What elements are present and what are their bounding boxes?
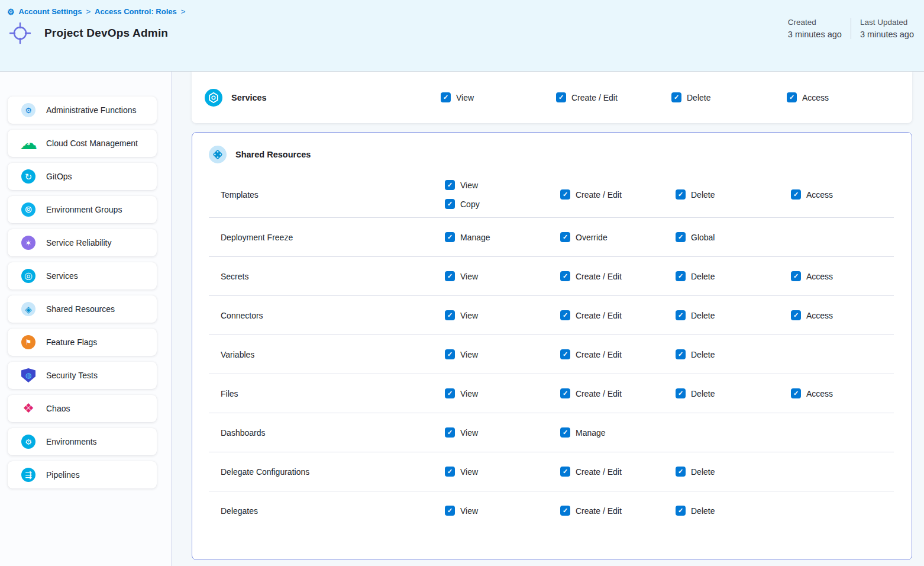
checkbox-view[interactable]: ✓ View — [445, 427, 560, 438]
breadcrumb: ⚙ Account Settings > Access Control: Rol… — [7, 7, 914, 16]
checkbox-view[interactable]: ✓ View — [445, 506, 560, 516]
checkbox-access[interactable]: ✓ Access — [791, 310, 894, 320]
checkbox-checked-icon[interactable]: ✓ — [676, 271, 686, 281]
checkbox-checked-icon[interactable]: ✓ — [445, 180, 455, 190]
checkbox-checked-icon[interactable]: ✓ — [445, 349, 455, 359]
permission-cell: ✓ Create / Edit — [556, 84, 671, 111]
resource-name: Templates — [209, 190, 445, 200]
checkbox-delete[interactable]: ✓ Delete — [676, 310, 791, 320]
sidebar-item-gitops[interactable]: ↻ GitOps — [8, 163, 157, 190]
sidebar-item-label: Service Reliability — [46, 238, 111, 247]
permission-cell: ✓ View — [441, 84, 556, 111]
checkbox-view[interactable]: ✓ View — [445, 271, 560, 281]
checkbox-delete[interactable]: ✓ Delete — [676, 271, 791, 281]
checkbox-checked-icon[interactable]: ✓ — [791, 189, 801, 200]
checkbox-create-edit[interactable]: ✓ Create / Edit — [560, 467, 676, 477]
checkbox-checked-icon[interactable]: ✓ — [560, 232, 570, 242]
checkbox-access[interactable]: ✓ Access — [791, 189, 894, 200]
checkbox-checked-icon[interactable]: ✓ — [560, 467, 570, 477]
checkbox-access[interactable]: ✓ Access — [791, 271, 894, 281]
checkbox-checked-icon[interactable]: ✓ — [676, 349, 686, 359]
checkbox-checked-icon[interactable]: ✓ — [445, 467, 455, 477]
sidebar-item-administrative-functions[interactable]: ⚙ Administrative Functions — [8, 97, 157, 124]
checkbox-delete[interactable]: ✓ Delete — [676, 388, 791, 398]
checkbox-checked-icon[interactable]: ✓ — [560, 427, 570, 438]
checkbox-checked-icon[interactable]: ✓ — [787, 92, 797, 102]
checkbox-checked-icon[interactable]: ✓ — [676, 232, 686, 242]
checkbox-checked-icon[interactable]: ✓ — [791, 310, 801, 320]
checkbox-view[interactable]: ✓ View — [445, 388, 560, 398]
checkbox-checked-icon[interactable]: ✓ — [445, 310, 455, 320]
breadcrumb-account-settings[interactable]: Account Settings — [19, 7, 82, 16]
sidebar-item-chaos[interactable]: ❖ Chaos — [8, 395, 157, 422]
checkbox-delete[interactable]: ✓ Delete — [676, 467, 791, 477]
permission-cell: ✓ View — [445, 419, 560, 446]
checkbox-create-edit[interactable]: ✓ Create / Edit — [556, 92, 671, 102]
sidebar-item-environment-groups[interactable]: ⊚ Environment Groups — [8, 196, 157, 223]
sidebar-item-services[interactable]: ◎ Services — [8, 262, 157, 290]
checkbox-delete[interactable]: ✓ Delete — [676, 349, 791, 359]
checkbox-checked-icon[interactable]: ✓ — [560, 189, 570, 200]
sidebar-item-cloud-cost-management[interactable]: ☁$ Cloud Cost Management — [8, 130, 157, 157]
checkbox-manage[interactable]: ✓ Manage — [445, 232, 560, 242]
checkbox-view[interactable]: ✓ View — [441, 92, 556, 102]
checkbox-override[interactable]: ✓ Override — [560, 232, 676, 242]
checkbox-delete[interactable]: ✓ Delete — [676, 506, 791, 516]
breadcrumb-access-control-roles[interactable]: Access Control: Roles — [95, 7, 177, 16]
permission-label: Create / Edit — [576, 506, 622, 516]
checkbox-delete[interactable]: ✓ Delete — [676, 189, 791, 200]
checkbox-manage[interactable]: ✓ Manage — [560, 427, 676, 438]
permissions-main: Services ✓ View ✓ Create / Edit ✓ Delete… — [172, 72, 924, 566]
checkbox-create-edit[interactable]: ✓ Create / Edit — [560, 506, 676, 516]
resource-name: Files — [209, 389, 445, 398]
checkbox-create-edit[interactable]: ✓ Create / Edit — [560, 310, 676, 320]
checkbox-checked-icon[interactable]: ✓ — [445, 388, 455, 398]
checkbox-create-edit[interactable]: ✓ Create / Edit — [560, 271, 676, 281]
sidebar-item-service-reliability[interactable]: ✶ Service Reliability — [8, 229, 157, 256]
checkbox-checked-icon[interactable]: ✓ — [676, 388, 686, 398]
sidebar-item-pipelines[interactable]: ⇶ Pipelines — [8, 461, 157, 488]
checkbox-view[interactable]: ✓ View — [445, 349, 560, 359]
checkbox-checked-icon[interactable]: ✓ — [445, 506, 455, 516]
checkbox-checked-icon[interactable]: ✓ — [791, 388, 801, 398]
checkbox-view[interactable]: ✓ View — [445, 180, 560, 190]
checkbox-checked-icon[interactable]: ✓ — [676, 189, 686, 200]
checkbox-checked-icon[interactable]: ✓ — [560, 310, 570, 320]
checkbox-checked-icon[interactable]: ✓ — [445, 271, 455, 281]
checkbox-checked-icon[interactable]: ✓ — [556, 92, 566, 102]
sidebar-item-label: Environments — [46, 437, 97, 446]
checkbox-create-edit[interactable]: ✓ Create / Edit — [560, 388, 676, 398]
sidebar-item-shared-resources[interactable]: ◈ Shared Resources — [8, 295, 157, 323]
permission-label: Delete — [691, 311, 715, 320]
checkbox-create-edit[interactable]: ✓ Create / Edit — [560, 189, 676, 200]
permission-label: Create / Edit — [576, 350, 622, 359]
checkbox-view[interactable]: ✓ View — [445, 310, 560, 320]
checkbox-checked-icon[interactable]: ✓ — [676, 310, 686, 320]
permission-label: Global — [691, 233, 715, 242]
checkbox-create-edit[interactable]: ✓ Create / Edit — [560, 349, 676, 359]
sidebar-item-security-tests[interactable]: ◍ Security Tests — [8, 362, 157, 389]
checkbox-checked-icon[interactable]: ✓ — [671, 92, 681, 102]
permission-label: Access — [806, 190, 833, 200]
sidebar-item-environments[interactable]: ⚙ Environments — [8, 428, 157, 455]
checkbox-checked-icon[interactable]: ✓ — [791, 271, 801, 281]
permission-cell: ✓ View — [445, 458, 560, 485]
checkbox-access[interactable]: ✓ Access — [787, 92, 894, 102]
sidebar-item-feature-flags[interactable]: ⚑ Feature Flags — [8, 329, 157, 356]
checkbox-checked-icon[interactable]: ✓ — [441, 92, 451, 102]
checkbox-checked-icon[interactable]: ✓ — [445, 232, 455, 242]
checkbox-checked-icon[interactable]: ✓ — [676, 467, 686, 477]
checkbox-checked-icon[interactable]: ✓ — [445, 427, 455, 438]
checkbox-checked-icon[interactable]: ✓ — [560, 349, 570, 359]
checkbox-copy[interactable]: ✓ Copy — [445, 199, 560, 209]
checkbox-checked-icon[interactable]: ✓ — [560, 506, 570, 516]
checkbox-checked-icon[interactable]: ✓ — [676, 506, 686, 516]
checkbox-checked-icon[interactable]: ✓ — [560, 271, 570, 281]
checkbox-checked-icon[interactable]: ✓ — [445, 199, 455, 209]
checkbox-checked-icon[interactable]: ✓ — [560, 388, 570, 398]
permission-label: View — [460, 467, 478, 477]
checkbox-view[interactable]: ✓ View — [445, 467, 560, 477]
checkbox-access[interactable]: ✓ Access — [791, 388, 894, 398]
checkbox-global[interactable]: ✓ Global — [676, 232, 791, 242]
checkbox-delete[interactable]: ✓ Delete — [671, 92, 787, 102]
